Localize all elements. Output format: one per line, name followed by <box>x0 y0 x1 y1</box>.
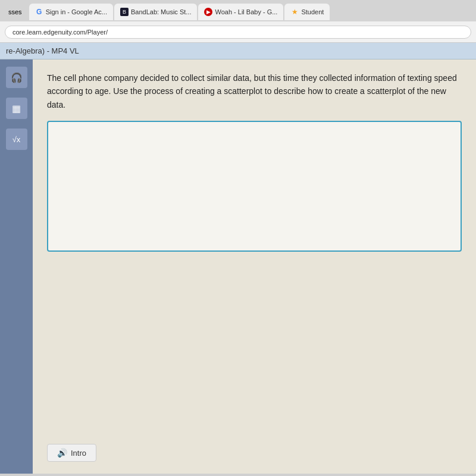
page-title-bar: re-Algebra) - MP4 VL <box>0 43 476 60</box>
textarea-wrapper <box>47 121 462 254</box>
tab-student-label: Student <box>301 8 324 15</box>
sidebar: 🎧 ▦ √x <box>0 60 33 474</box>
answer-textarea[interactable] <box>47 121 462 252</box>
tab-bandlab[interactable]: B BandLab: Music St... <box>114 4 198 20</box>
bottom-bar: 🔊 Intro <box>47 444 96 462</box>
tab-sses-label: sses <box>8 8 22 15</box>
tab-woah[interactable]: ▶ Woah - Lil Baby - G... <box>198 4 283 20</box>
calculator-icon[interactable]: ▦ <box>6 98 27 119</box>
question-text: The cell phone company decided to collec… <box>47 71 462 111</box>
bandlab-icon: B <box>120 8 129 16</box>
tab-google-label: Sign in - Google Ac... <box>46 8 107 15</box>
speaker-icon: 🔊 <box>57 448 67 458</box>
main-layout: 🎧 ▦ √x The cell phone company decided to… <box>0 60 476 474</box>
omnibar: core.learn.edgenuity.com/Player/ <box>0 21 476 43</box>
tab-bar: sses G Sign in - Google Ac... B BandLab:… <box>0 0 476 21</box>
url-bar[interactable]: core.learn.edgenuity.com/Player/ <box>5 26 471 39</box>
intro-button[interactable]: 🔊 Intro <box>47 444 96 462</box>
headphones-icon[interactable]: 🎧 <box>6 67 27 88</box>
math-icon[interactable]: √x <box>6 129 27 150</box>
tab-google[interactable]: G Sign in - Google Ac... <box>29 4 113 20</box>
content-area: The cell phone company decided to collec… <box>33 60 476 474</box>
tab-bandlab-label: BandLab: Music St... <box>131 8 192 15</box>
tab-student[interactable]: ★ Student <box>284 4 330 20</box>
intro-label: Intro <box>71 449 86 458</box>
tab-woah-label: Woah - Lil Baby - G... <box>215 8 277 15</box>
google-icon: G <box>35 8 43 16</box>
page-title: re-Algebra) - MP4 VL <box>6 46 79 55</box>
star-icon: ★ <box>290 8 299 16</box>
tab-sses[interactable]: sses <box>2 4 28 20</box>
woah-icon: ▶ <box>204 8 212 16</box>
